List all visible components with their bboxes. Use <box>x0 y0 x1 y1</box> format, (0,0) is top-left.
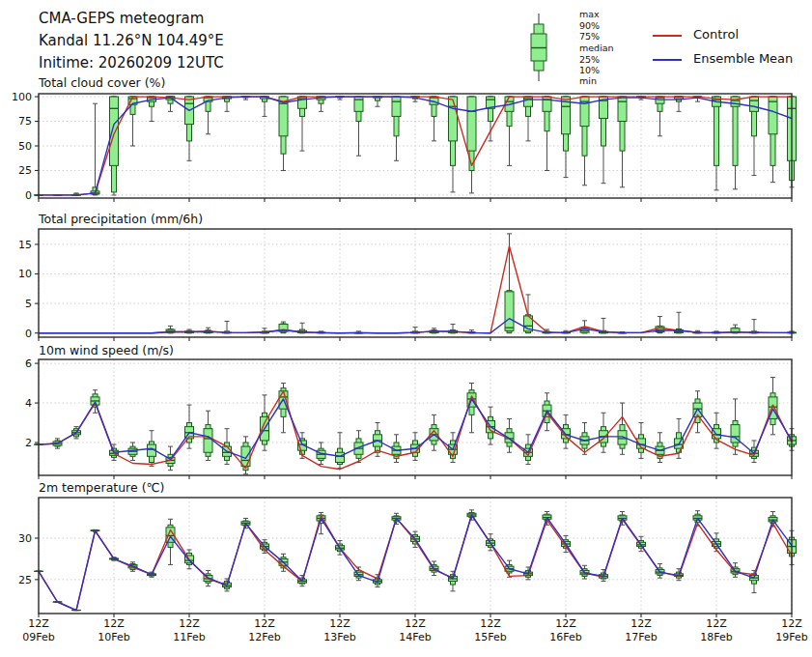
svg-text:12Z: 12Z <box>179 617 200 630</box>
svg-text:12Z: 12Z <box>630 617 652 630</box>
svg-text:0: 0 <box>25 189 32 202</box>
panel-precip: 051015 <box>18 229 797 341</box>
svg-text:75: 75 <box>18 115 32 128</box>
panel-wind: 246 <box>25 357 797 479</box>
svg-text:25: 25 <box>18 164 32 177</box>
svg-text:10Feb: 10Feb <box>98 631 129 643</box>
svg-text:2: 2 <box>25 437 32 449</box>
svg-text:17Feb: 17Feb <box>625 631 657 643</box>
svg-text:12Z: 12Z <box>781 617 802 630</box>
svg-text:11Feb: 11Feb <box>173 631 205 643</box>
svg-text:12Z: 12Z <box>103 617 125 630</box>
svg-text:25: 25 <box>18 574 32 586</box>
svg-text:50: 50 <box>18 140 32 153</box>
svg-text:12Z: 12Z <box>480 617 501 630</box>
svg-text:12Z: 12Z <box>254 617 275 630</box>
svg-text:30: 30 <box>18 532 32 545</box>
svg-text:12Z: 12Z <box>706 617 727 630</box>
boxplots-temp <box>35 510 797 611</box>
svg-text:19Feb: 19Feb <box>775 631 807 643</box>
panel-cloud: 0255075100 <box>12 91 797 202</box>
svg-text:09Feb: 09Feb <box>22 631 54 643</box>
svg-text:0: 0 <box>25 328 32 340</box>
control-line-temp <box>39 515 792 611</box>
svg-text:100: 100 <box>12 91 32 103</box>
meteogram-window: CMA-GEPS meteogram Kandal 11.26°N 104.49… <box>0 0 812 657</box>
panel-temp: 2530 <box>18 498 797 617</box>
meteogram-plot: 0255075100051015246253012Z09Feb12Z10Feb1… <box>0 0 812 657</box>
svg-text:5: 5 <box>25 298 32 310</box>
svg-text:16Feb: 16Feb <box>549 631 581 643</box>
svg-text:15Feb: 15Feb <box>474 631 506 643</box>
boxplots-precip <box>166 234 797 333</box>
svg-text:12Z: 12Z <box>405 617 426 630</box>
svg-text:10: 10 <box>18 268 32 280</box>
x-axis-labels: 12Z09Feb12Z10Feb12Z11Feb12Z12Feb12Z13Feb… <box>22 617 807 643</box>
svg-text:13Feb: 13Feb <box>323 631 355 643</box>
svg-text:12Z: 12Z <box>28 617 49 630</box>
svg-text:15: 15 <box>18 239 32 251</box>
svg-text:12Feb: 12Feb <box>248 631 280 643</box>
svg-text:18Feb: 18Feb <box>700 631 732 643</box>
ensemble-line-temp <box>39 515 792 611</box>
svg-text:6: 6 <box>25 357 32 370</box>
svg-text:12Z: 12Z <box>555 617 576 630</box>
svg-text:12Z: 12Z <box>329 617 350 630</box>
svg-text:14Feb: 14Feb <box>399 631 431 643</box>
svg-text:4: 4 <box>25 397 32 410</box>
